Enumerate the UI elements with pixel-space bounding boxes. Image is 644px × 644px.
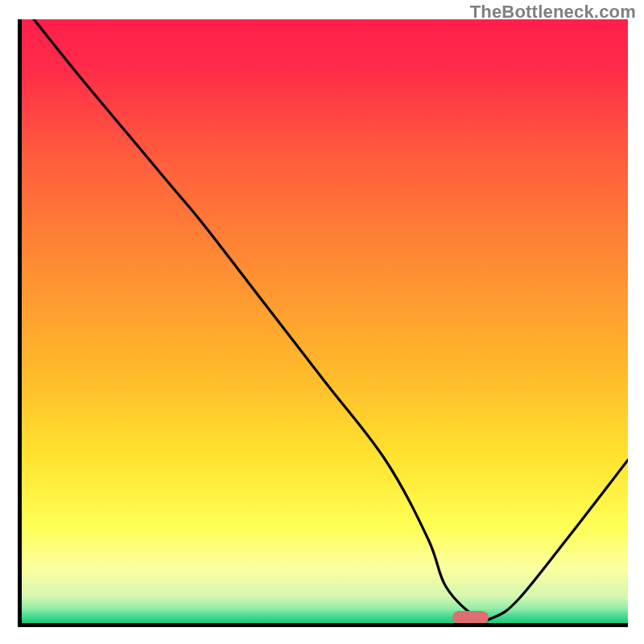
chart-container: TheBottleneck.com xyxy=(0,0,644,644)
y-axis xyxy=(18,19,22,625)
x-axis xyxy=(18,623,628,627)
bottleneck-curve xyxy=(22,19,628,623)
plot-area xyxy=(22,19,628,623)
optimal-range-marker xyxy=(452,611,489,624)
watermark-text: TheBottleneck.com xyxy=(470,2,636,23)
